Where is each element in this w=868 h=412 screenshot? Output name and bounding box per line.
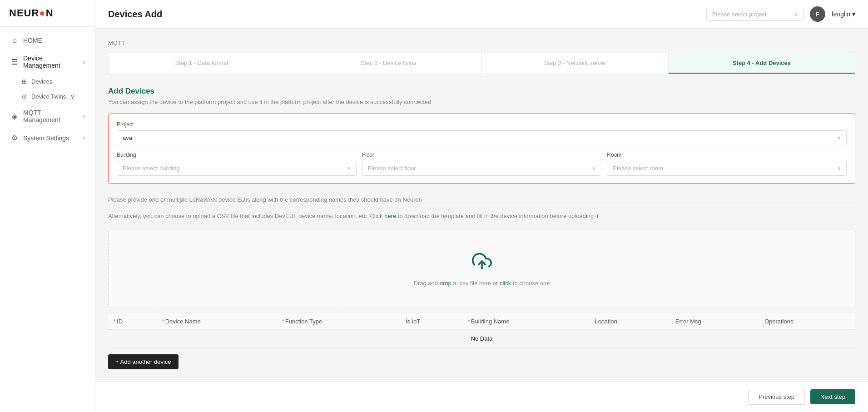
chevron-down-icon: ∨ <box>837 135 841 141</box>
chevron-up-icon: ∧ <box>82 59 86 65</box>
add-devices-title: Add Devices <box>108 87 855 96</box>
page-title: Devices Add <box>108 9 162 20</box>
col-operations: Operations <box>759 313 855 330</box>
room-label: Room <box>607 152 847 158</box>
room-col: Room Please select room ∨ <box>607 152 847 176</box>
chevron-down-icon: ∨ <box>70 93 75 100</box>
sidebar-item-device-twins[interactable]: ⊙ Device Twins ∨ <box>0 89 95 104</box>
upload-icon <box>118 251 846 275</box>
device-twins-icon: ⊙ <box>22 93 27 100</box>
topbar: Devices Add Please select project ∨ F fe… <box>95 0 868 29</box>
next-step-button[interactable]: Next step <box>810 389 855 404</box>
building-placeholder: Please select building <box>123 165 180 172</box>
previous-step-button[interactable]: Previous step <box>748 389 805 405</box>
click-highlight: click <box>500 280 511 287</box>
sidebar-nav: ⌂ HOME ☰ Device Management ∧ ⊞ Devices ⊙… <box>0 27 95 412</box>
step-4[interactable]: Step 4 - Add Devices <box>669 53 855 74</box>
mqtt-icon: ◈ <box>10 112 19 121</box>
col-location: Location <box>590 313 670 330</box>
step-1[interactable]: Step 1 - Data format <box>109 53 295 74</box>
upload-text: Drag and drop a .csv file here or click … <box>118 280 846 287</box>
sidebar-item-mqtt-management[interactable]: ◈ MQTT Management ∨ <box>0 104 95 129</box>
step-2[interactable]: Step 2 - Device twins <box>295 53 482 74</box>
no-data-text: No Data <box>108 330 855 348</box>
col-is-iot: Is IoT <box>400 313 462 330</box>
room-select[interactable]: Please select room ∨ <box>607 161 847 176</box>
location-row: Building Please select building ∨ Floor … <box>117 152 847 176</box>
project-select-dropdown[interactable]: Please select project ∨ <box>706 8 804 21</box>
topbar-right: Please select project ∨ F fenglin ▾ <box>706 6 855 22</box>
chevron-down-icon: ∨ <box>347 165 351 171</box>
info-text-1: Please provide one or multiple LoRaWAN d… <box>108 192 855 208</box>
building-col: Building Please select building ∨ <box>117 152 357 176</box>
project-card: Project ava ∨ Building Please select bui… <box>108 114 855 184</box>
room-placeholder: Please select room <box>613 165 663 172</box>
col-error-msg: Error Msg <box>670 313 759 330</box>
building-select[interactable]: Please select building ∨ <box>117 161 357 176</box>
device-management-icon: ☰ <box>10 58 19 66</box>
bottom-nav: Previous step Next step <box>95 381 868 412</box>
drop-highlight: drop <box>440 280 451 287</box>
step-3[interactable]: Step 3 - Network server <box>482 53 669 74</box>
col-device-name: *Device Name <box>157 313 277 330</box>
add-device-button[interactable]: + Add another device <box>108 354 179 369</box>
project-value: ava <box>123 134 132 141</box>
project-select-placeholder: Please select project <box>712 11 767 18</box>
floor-col: Floor Please select floor ∨ <box>362 152 602 176</box>
floor-placeholder: Please select floor <box>368 165 416 172</box>
home-icon: ⌂ <box>10 36 19 45</box>
sidebar-item-label: System Settings <box>23 134 78 142</box>
user-name: fenglin ▾ <box>832 10 855 18</box>
col-building-name: *Building Name <box>462 313 590 330</box>
download-link[interactable]: here <box>384 213 396 219</box>
sidebar-item-system-settings[interactable]: ⚙ System Settings ∨ <box>0 129 95 147</box>
chevron-down-icon: ∨ <box>837 165 841 171</box>
no-data-row: No Data <box>108 330 855 348</box>
project-select[interactable]: ava ∨ <box>117 130 847 145</box>
mqtt-label: MQTT <box>108 40 855 46</box>
logo-dot: ● <box>39 7 45 19</box>
add-devices-desc: You can assign the device to the platfor… <box>108 99 855 105</box>
sidebar: NEUR●N ⌂ HOME ☰ Device Management ∧ ⊞ De… <box>0 0 95 412</box>
logo: NEUR●N <box>0 0 95 27</box>
info-text-2: Alternatively, you can choose to upload … <box>108 208 855 224</box>
col-id: *ID <box>108 313 157 330</box>
chevron-down-icon: ∨ <box>592 165 595 171</box>
building-label: Building <box>117 152 357 158</box>
steps-bar: Step 1 - Data format Step 2 - Device twi… <box>108 53 855 74</box>
floor-label: Floor <box>362 152 602 158</box>
chevron-down-icon: ∨ <box>82 135 86 141</box>
sidebar-item-home[interactable]: ⌂ HOME <box>0 31 95 50</box>
sidebar-item-devices[interactable]: ⊞ Devices <box>0 74 95 89</box>
sidebar-sub-item-label: Devices <box>31 78 52 85</box>
system-settings-icon: ⚙ <box>10 134 19 142</box>
content-area: MQTT Step 1 - Data format Step 2 - Devic… <box>95 29 868 381</box>
avatar: F <box>810 6 825 22</box>
project-label: Project <box>117 121 847 128</box>
sidebar-item-label: HOME <box>23 37 86 44</box>
sidebar-item-device-management[interactable]: ☰ Device Management ∧ <box>0 50 95 74</box>
floor-select[interactable]: Please select floor ∨ <box>362 161 602 176</box>
devices-icon: ⊞ <box>22 78 27 85</box>
chevron-down-icon: ∨ <box>794 11 798 17</box>
upload-area[interactable]: Drag and drop a .csv file here or click … <box>108 231 855 307</box>
chevron-down-icon: ∨ <box>82 114 86 119</box>
sidebar-item-label: MQTT Management <box>23 109 78 124</box>
main-content: Devices Add Please select project ∨ F fe… <box>95 0 868 412</box>
sidebar-item-label: Device Management <box>23 55 78 69</box>
devices-table: *ID *Device Name *Function Type Is IoT *… <box>108 313 855 348</box>
sidebar-sub-item-label: Device Twins <box>31 93 66 100</box>
chevron-down-icon: ▾ <box>852 10 855 18</box>
col-function-type: *Function Type <box>277 313 400 330</box>
